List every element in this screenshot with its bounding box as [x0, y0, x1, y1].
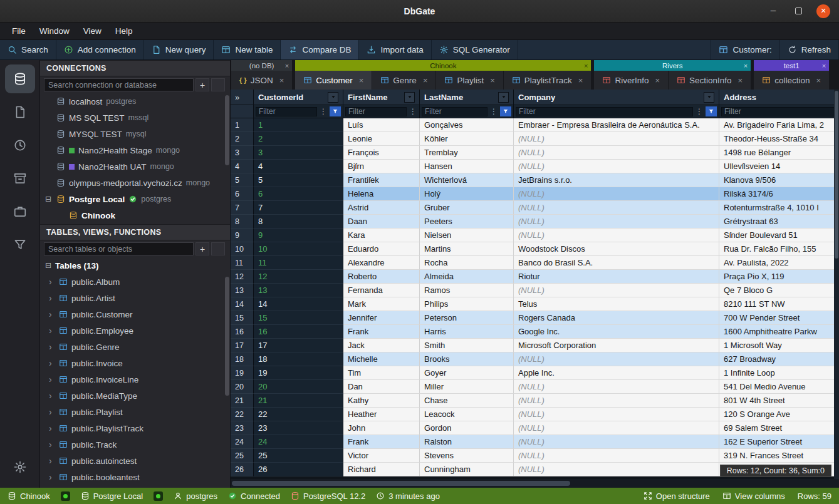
table-row[interactable]: 22LeonieKöhler(NULL)Theodor-Heuss-Straße…: [231, 132, 839, 146]
grid-cell-customerid[interactable]: 24: [254, 435, 343, 449]
grid-cell[interactable]: Tremblay: [420, 146, 514, 160]
table-row[interactable]: 1111AlexandreRochaBanco do Brasil S.A.Av…: [231, 256, 839, 270]
grid-cell-customerid[interactable]: 19: [254, 366, 343, 380]
close-icon[interactable]: ×: [822, 62, 826, 69]
grid-cell-customerid[interactable]: 18: [254, 352, 343, 366]
filter-menu-icon[interactable]: ⋮: [489, 107, 498, 116]
grid-cell-customerid[interactable]: 1: [254, 118, 343, 132]
statusbar-item-status-dot[interactable]: [154, 491, 163, 501]
statusbar-item-postgres[interactable]: postgres: [174, 491, 217, 501]
tab-json[interactable]: { }JSON×: [231, 71, 292, 90]
add-table-small-button[interactable]: +: [195, 242, 209, 255]
table-row[interactable]: 2323JohnGordon(NULL)69 Salem Street: [231, 421, 839, 435]
grid-cell[interactable]: 8210 111 ST NW: [719, 297, 839, 311]
activity-clock-icon[interactable]: [5, 131, 35, 160]
row-number-cell[interactable]: 5: [231, 173, 254, 187]
grid-cell[interactable]: Qe 7 Bloco G: [719, 284, 839, 297]
row-number-cell[interactable]: 22: [231, 408, 254, 421]
column-dropdown-button[interactable]: [498, 92, 509, 103]
grid-vertical-scrollbar[interactable]: [834, 90, 839, 479]
table-row[interactable]: 1818MichelleBrooks(NULL)627 Broadway: [231, 352, 839, 366]
minimize-button[interactable]: [766, 4, 780, 18]
maximize-button[interactable]: [791, 4, 805, 18]
table-row[interactable]: 1313FernandaRamos(NULL)Qe 7 Bloco G: [231, 284, 839, 297]
close-icon[interactable]: ×: [279, 76, 284, 85]
grid-cell[interactable]: Astrid: [343, 201, 420, 215]
connections-scrollbar[interactable]: [225, 95, 229, 222]
grid-cell[interactable]: Rotenturmstraße 4, 1010 I: [719, 201, 839, 215]
grid-cell-customerid[interactable]: 5: [254, 173, 343, 187]
menu-file[interactable]: File: [5, 24, 33, 38]
table-item-public-album[interactable]: ›public.Album: [40, 274, 230, 290]
grid-cell[interactable]: 1600 Amphitheatre Parkw: [719, 325, 839, 339]
table-item-public-playlist[interactable]: ›public.Playlist: [40, 404, 230, 420]
grid-cell[interactable]: Martins: [420, 242, 514, 256]
table-row[interactable]: 1717JackSmithMicrosoft Corporation1 Micr…: [231, 339, 839, 352]
grid-cell[interactable]: Almeida: [420, 270, 514, 284]
table-item-public-playlisttrack[interactable]: ›public.PlaylistTrack: [40, 420, 230, 436]
grid-cell[interactable]: (NULL): [514, 187, 719, 201]
table-item-public-mediatype[interactable]: ›public.MediaType: [40, 388, 230, 404]
close-icon[interactable]: ×: [738, 76, 743, 85]
grid-cell[interactable]: (NULL): [514, 435, 719, 449]
grid-cell[interactable]: Harris: [420, 325, 514, 339]
close-icon[interactable]: ×: [578, 76, 583, 85]
connection-item-olympus-medportal-vychozi-cz[interactable]: olympus-medportal.vychozi.czmongo: [40, 175, 230, 191]
row-number-cell[interactable]: 7: [231, 201, 254, 215]
grid-cell[interactable]: Praça Pio X, 119: [719, 270, 839, 284]
statusbar-item-rows-59[interactable]: Rows: 59: [798, 491, 831, 501]
grid-cell[interactable]: Michelle: [343, 352, 420, 366]
row-number-cell[interactable]: 4: [231, 160, 254, 173]
filter-funnel-button[interactable]: [706, 106, 717, 116]
grid-cell[interactable]: (NULL): [514, 421, 719, 435]
grid-cell[interactable]: Grétrystraat 63: [719, 215, 839, 229]
toolbar-button-sql-generator[interactable]: SQL Generator: [432, 40, 518, 59]
row-number-cell[interactable]: 1: [231, 118, 254, 132]
grid-cell[interactable]: Helena: [343, 187, 420, 201]
grid-cell[interactable]: Riotur: [514, 270, 719, 284]
row-number-cell[interactable]: 14: [231, 297, 254, 311]
tab-genre[interactable]: Genre×: [372, 71, 435, 90]
table-item-public-invoice[interactable]: ›public.Invoice: [40, 355, 230, 371]
statusbar-item-view-columns[interactable]: View columns: [722, 491, 785, 501]
refresh-tables-button[interactable]: [211, 242, 225, 255]
tables-scrollbar[interactable]: [225, 277, 229, 485]
table-row[interactable]: 88DaanPeeters(NULL)Grétrystraat 63: [231, 215, 839, 229]
statusbar-item-status-dot[interactable]: [61, 491, 70, 501]
filter-input[interactable]: [345, 107, 407, 116]
grid-cell[interactable]: (NULL): [514, 463, 719, 476]
grid-cell[interactable]: Av. Paulista, 2022: [719, 256, 839, 270]
row-number-cell[interactable]: 11: [231, 256, 254, 270]
grid-cell[interactable]: 1 Infinite Loop: [719, 366, 839, 380]
row-number-cell[interactable]: 24: [231, 435, 254, 449]
scrollbar-thumb[interactable]: [225, 277, 229, 396]
grid-cell-customerid[interactable]: 25: [254, 449, 343, 463]
grid-cell[interactable]: 801 W 4th Street: [719, 394, 839, 408]
refresh-connections-button[interactable]: [211, 78, 225, 91]
grid-cell[interactable]: JetBrains s.r.o.: [514, 173, 719, 187]
table-item-public-genre[interactable]: ›public.Genre: [40, 339, 230, 355]
table-row[interactable]: 44BjſrnHansen(NULL)Ullevſlsveien 14: [231, 160, 839, 173]
grid-cell[interactable]: Rogers Canada: [514, 311, 719, 325]
grid-cell-customerid[interactable]: 26: [254, 463, 343, 476]
connections-search-input[interactable]: [44, 78, 194, 91]
filter-input[interactable]: [516, 107, 693, 116]
grid-cell[interactable]: (NULL): [514, 380, 719, 394]
table-row[interactable]: 2525VictorStevens(NULL)319 N. Frances St…: [231, 449, 839, 463]
grid-cell[interactable]: (NULL): [514, 449, 719, 463]
grid-cell[interactable]: Rocha: [420, 256, 514, 270]
grid-cell[interactable]: Wichterlová: [420, 173, 514, 187]
table-row[interactable]: 2020DanMiller(NULL)541 Del Medio Avenue: [231, 380, 839, 394]
grid-cell[interactable]: 162 E Superior Street: [719, 435, 839, 449]
grid-cell-customerid[interactable]: 15: [254, 311, 343, 325]
close-icon[interactable]: ×: [285, 62, 289, 69]
activity-funnel-icon[interactable]: [5, 230, 35, 259]
table-row[interactable]: 2424FrankRalston(NULL)162 E Superior Str…: [231, 435, 839, 449]
table-item-public-artist[interactable]: ›public.Artist: [40, 290, 230, 306]
tab-riverinfo[interactable]: RiverInfo×: [594, 71, 668, 90]
row-number-cell[interactable]: 3: [231, 146, 254, 160]
column-header-firstname[interactable]: FirstName: [343, 90, 420, 105]
grid-cell[interactable]: Peeters: [420, 215, 514, 229]
grid-cell[interactable]: Daan: [343, 215, 420, 229]
grid-cell-customerid[interactable]: 12: [254, 270, 343, 284]
